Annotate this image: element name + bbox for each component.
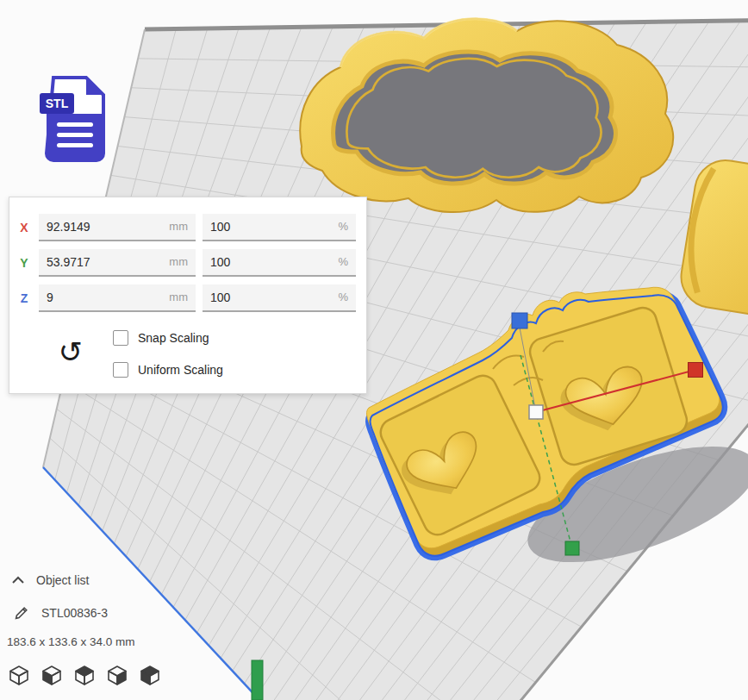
scale-y-percent-field: %	[203, 249, 356, 277]
view-left-icon	[106, 664, 128, 686]
scale-x-mm-field: mm	[39, 214, 196, 241]
view-top-button[interactable]	[72, 663, 97, 689]
scale-z-mm-input[interactable]	[39, 284, 196, 310]
cutter-cavity	[333, 52, 616, 184]
reset-scale-button[interactable]: ↺	[53, 334, 89, 370]
scale-tool-panel: X mm % Y mm % Z mm	[9, 197, 367, 394]
view-left-button[interactable]	[105, 663, 129, 689]
snap-scaling-row: Snap Scaling	[113, 329, 209, 347]
object-list-item[interactable]: STL00836-3	[13, 604, 108, 622]
view-top-icon	[73, 664, 96, 686]
page-fold	[86, 78, 103, 95]
view-3d-button[interactable]	[7, 663, 31, 689]
y-axis-label: Y	[9, 256, 39, 270]
snap-scaling-label: Snap Scaling	[138, 331, 209, 345]
uniform-scaling-label: Uniform Scaling	[138, 363, 223, 377]
chevron-up-icon	[11, 576, 25, 584]
scale-y-mm-input[interactable]	[39, 249, 196, 275]
uniform-scaling-row: Uniform Scaling	[113, 361, 223, 378]
view-right-button[interactable]	[138, 663, 162, 689]
pencil-icon	[13, 604, 30, 622]
x-axis-label: X	[9, 221, 39, 234]
stl-file-icon: STL	[38, 72, 117, 169]
z-axis-label: Z	[9, 291, 39, 305]
application-window: STL X mm % Y mm	[0, 0, 748, 700]
object-list-label: Object list	[36, 573, 89, 587]
scale-row-z: Z mm %	[9, 285, 356, 311]
scale-x-mm-input[interactable]	[39, 214, 196, 240]
object-dimensions: 183.6 x 133.6 x 34.0 mm	[7, 635, 135, 648]
camera-view-toolbar	[7, 663, 162, 689]
view-right-icon	[139, 664, 161, 686]
scale-x-percent-field: %	[203, 214, 356, 241]
snap-scaling-checkbox[interactable]	[113, 330, 128, 346]
scale-row-y: Y mm %	[9, 250, 356, 276]
y-scale-handle[interactable]	[565, 541, 579, 555]
view-front-icon	[41, 664, 63, 686]
view-3d-icon	[8, 664, 30, 686]
x-scale-handle[interactable]	[689, 363, 703, 378]
scale-z-mm-field: mm	[39, 284, 196, 312]
object-list-toggle[interactable]: Object list	[11, 573, 89, 587]
scale-y-mm-field: mm	[39, 249, 196, 277]
scale-y-percent-input[interactable]	[203, 249, 356, 275]
stl-ribbon-label: STL	[46, 97, 69, 110]
scale-row-x: X mm %	[9, 215, 356, 241]
uniform-scaling-checkbox[interactable]	[113, 362, 128, 378]
scale-z-percent-field: %	[203, 284, 356, 312]
doc-text-lines	[57, 122, 93, 147]
green-axis-handle-bottom[interactable]	[252, 660, 263, 700]
z-scale-handle[interactable]	[512, 313, 527, 328]
scale-z-percent-input[interactable]	[203, 284, 356, 310]
model-cookie-cutter[interactable]	[300, 19, 673, 212]
object-name: STL00836-3	[41, 606, 108, 620]
scale-x-percent-input[interactable]	[203, 214, 356, 240]
view-front-button[interactable]	[40, 663, 64, 689]
center-handle[interactable]	[529, 405, 543, 419]
